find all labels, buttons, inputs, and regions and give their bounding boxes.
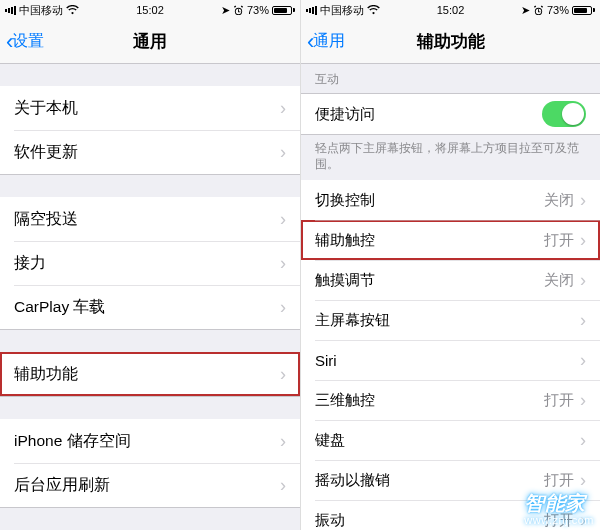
- alarm-icon: [233, 5, 244, 16]
- chevron-right-icon: ›: [280, 99, 286, 117]
- cell-siri[interactable]: Siri ›: [301, 340, 600, 380]
- cell-handoff[interactable]: 接力 ›: [0, 241, 300, 285]
- cell-switch-control[interactable]: 切换控制 关闭 ›: [301, 180, 600, 220]
- cell-accessibility[interactable]: 辅助功能 ›: [0, 352, 300, 396]
- chevron-right-icon: ›: [280, 476, 286, 494]
- cell-3d-touch[interactable]: 三维触控 打开 ›: [301, 380, 600, 420]
- battery-pct: 73%: [547, 4, 569, 16]
- chevron-right-icon: ›: [580, 271, 586, 289]
- locate-icon: ➤: [221, 4, 230, 17]
- cell-vibration[interactable]: 振动 打开 ›: [301, 500, 600, 530]
- cell-software-update[interactable]: 软件更新 ›: [0, 130, 300, 174]
- signal-icon: [306, 6, 317, 15]
- nav-title: 通用: [0, 30, 300, 53]
- chevron-right-icon: ›: [580, 431, 586, 449]
- phone-right: 中国移动 15:02 ➤ 73% ‹ 通用 辅助功能 互动 便捷访问: [300, 0, 600, 530]
- cell-quick-access[interactable]: 便捷访问: [301, 94, 600, 134]
- toggle-switch[interactable]: [542, 101, 586, 127]
- chevron-right-icon: ›: [580, 231, 586, 249]
- group-about: 关于本机 › 软件更新 ›: [0, 86, 300, 175]
- status-bar: 中国移动 15:02 ➤ 73%: [0, 0, 300, 20]
- chevron-right-icon: ›: [580, 311, 586, 329]
- section-header-interaction: 互动: [301, 64, 600, 93]
- cell-touch-accommodations[interactable]: 触摸调节 关闭 ›: [301, 260, 600, 300]
- chevron-right-icon: ›: [580, 351, 586, 369]
- status-time: 15:02: [437, 4, 465, 16]
- cell-airdrop[interactable]: 隔空投送 ›: [0, 197, 300, 241]
- battery-icon: [572, 6, 595, 15]
- content: 关于本机 › 软件更新 › 隔空投送 › 接力 › CarPlay 车载 ›: [0, 64, 300, 530]
- chevron-right-icon: ›: [280, 365, 286, 383]
- nav-title: 辅助功能: [301, 30, 600, 53]
- cell-home-button[interactable]: 主屏幕按钮 ›: [301, 300, 600, 340]
- locate-icon: ➤: [521, 4, 530, 17]
- back-label: 通用: [313, 31, 345, 52]
- phone-left: 中国移动 15:02 ➤ 73% ‹ 设置 通用 关于本机 ›: [0, 0, 300, 530]
- chevron-right-icon: ›: [580, 191, 586, 209]
- status-time: 15:02: [136, 4, 164, 16]
- battery-pct: 73%: [247, 4, 269, 16]
- cell-carplay[interactable]: CarPlay 车载 ›: [0, 285, 300, 329]
- chevron-right-icon: ›: [580, 471, 586, 489]
- chevron-right-icon: ›: [280, 143, 286, 161]
- group-connectivity: 隔空投送 › 接力 › CarPlay 车载 ›: [0, 197, 300, 330]
- cell-background-refresh[interactable]: 后台应用刷新 ›: [0, 463, 300, 507]
- group-storage: iPhone 储存空间 › 后台应用刷新 ›: [0, 419, 300, 508]
- cell-storage[interactable]: iPhone 储存空间 ›: [0, 419, 300, 463]
- cell-shake-undo[interactable]: 摇动以撤销 打开 ›: [301, 460, 600, 500]
- wifi-icon: [66, 5, 79, 15]
- alarm-icon: [533, 5, 544, 16]
- section-footer: 轻点两下主屏幕按钮，将屏幕上方项目拉至可及范围。: [301, 135, 600, 180]
- nav-bar: ‹ 设置 通用: [0, 20, 300, 64]
- chevron-right-icon: ›: [280, 432, 286, 450]
- status-bar: 中国移动 15:02 ➤ 73%: [301, 0, 600, 20]
- nav-bar: ‹ 通用 辅助功能: [301, 20, 600, 64]
- chevron-right-icon: ›: [280, 210, 286, 228]
- chevron-right-icon: ›: [580, 511, 586, 529]
- group-accessibility: 辅助功能 ›: [0, 352, 300, 397]
- content: 互动 便捷访问 轻点两下主屏幕按钮，将屏幕上方项目拉至可及范围。 切换控制 关闭…: [301, 64, 600, 530]
- back-label: 设置: [12, 31, 44, 52]
- chevron-right-icon: ›: [580, 391, 586, 409]
- battery-icon: [272, 6, 295, 15]
- wifi-icon: [367, 5, 380, 15]
- chevron-right-icon: ›: [280, 298, 286, 316]
- back-button[interactable]: ‹ 设置: [6, 31, 44, 53]
- carrier: 中国移动: [19, 3, 63, 18]
- cell-keyboard[interactable]: 键盘 ›: [301, 420, 600, 460]
- cell-about[interactable]: 关于本机 ›: [0, 86, 300, 130]
- chevron-right-icon: ›: [280, 254, 286, 272]
- group-interaction: 切换控制 关闭 › 辅助触控 打开 › 触摸调节 关闭 › 主屏幕按钮 › Si…: [301, 180, 600, 530]
- carrier: 中国移动: [320, 3, 364, 18]
- signal-icon: [5, 6, 16, 15]
- cell-assistive-touch[interactable]: 辅助触控 打开 ›: [301, 220, 600, 260]
- back-button[interactable]: ‹ 通用: [307, 31, 345, 53]
